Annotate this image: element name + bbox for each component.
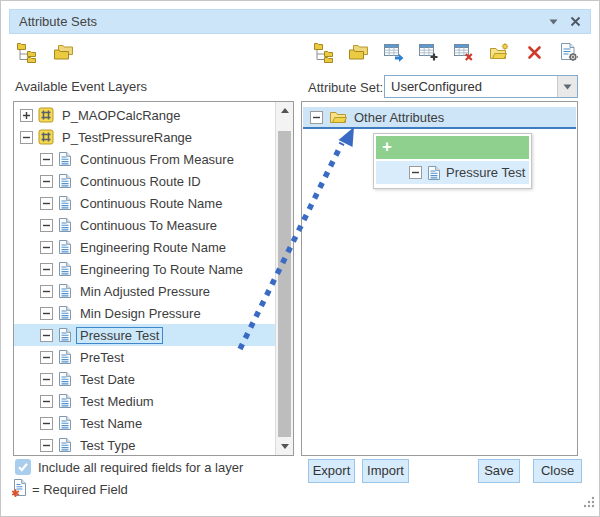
tree-item[interactable]: P_MAOPCalcRange <box>14 104 275 126</box>
expander-plus-icon[interactable] <box>20 109 33 122</box>
save-button[interactable]: Save <box>478 459 520 483</box>
tree-item-label[interactable]: Test Type <box>77 438 138 453</box>
available-layers-heading: Available Event Layers <box>15 79 147 94</box>
resize-grip[interactable] <box>582 495 595 511</box>
tree-item[interactable]: Test Type <box>14 434 275 453</box>
expander-minus-icon[interactable] <box>40 153 53 166</box>
titlebar[interactable]: Attribute Sets <box>9 9 591 34</box>
attribute-set-dropdown[interactable]: UserConfigured <box>384 75 578 98</box>
tree-item[interactable]: Pressure Test <box>14 324 275 346</box>
drag-item-label: Pressure Test <box>446 165 525 180</box>
tree-item-label[interactable]: Test Date <box>77 372 138 387</box>
close-icon <box>570 16 581 27</box>
tree-item[interactable]: Continuous From Measure <box>14 148 275 170</box>
tree-item[interactable]: PreTest <box>14 346 275 368</box>
expander-minus-icon[interactable] <box>40 241 53 254</box>
tree-item-label[interactable]: Min Adjusted Pressure <box>77 284 213 299</box>
attribute-sets-dialog: Attribute Sets Available Event Layers At… <box>0 0 600 517</box>
attribute-doc-icon <box>58 349 72 365</box>
delete-icon[interactable] <box>522 40 546 64</box>
attribute-set-panel: Other Attributes + Pressure Test <box>301 101 578 456</box>
group-label[interactable]: Other Attributes <box>354 110 444 125</box>
tree-item[interactable]: Min Adjusted Pressure <box>14 280 275 302</box>
dropdown-arrow-button[interactable] <box>557 76 577 97</box>
available-layers-panel: P_MAOPCalcRangeP_TestPressureRangeContin… <box>13 101 294 456</box>
table-remove-icon[interactable] <box>452 40 476 64</box>
tree-item-label[interactable]: Continuous To Measure <box>77 218 220 233</box>
export-button[interactable]: Export <box>308 459 355 483</box>
table-add-icon[interactable] <box>417 40 441 64</box>
attribute-doc-icon <box>58 283 72 299</box>
expander-minus-icon[interactable] <box>40 219 53 232</box>
tree-item-label[interactable]: Pressure Test <box>77 328 162 343</box>
attribute-doc-icon <box>58 195 72 211</box>
open-folders-icon[interactable] <box>52 40 76 64</box>
attribute-doc-icon <box>58 173 72 189</box>
titlebar-buttons <box>549 16 581 27</box>
expander-minus-icon[interactable] <box>20 131 33 144</box>
close-button[interactable] <box>570 16 581 27</box>
layer-tree-icon[interactable] <box>312 40 336 64</box>
open-folders-icon[interactable] <box>347 40 371 64</box>
document-settings-icon[interactable] <box>557 40 581 64</box>
tree-item-label[interactable]: Continuous Route ID <box>77 174 204 189</box>
attribute-doc-icon <box>427 165 441 181</box>
tree-item[interactable]: Test Date <box>14 368 275 390</box>
tree-item[interactable]: Continuous Route Name <box>14 192 275 214</box>
expander-minus-icon[interactable] <box>40 373 53 386</box>
close-button[interactable]: Close <box>533 459 582 483</box>
expander-minus-icon[interactable] <box>40 439 53 452</box>
tree-item[interactable]: Test Medium <box>14 390 275 412</box>
drop-indicator: + <box>376 136 529 159</box>
tree-item-label[interactable]: Test Name <box>77 416 145 431</box>
scroll-up-button[interactable] <box>276 103 293 118</box>
tree-item[interactable]: Continuous To Measure <box>14 214 275 236</box>
scroll-down-button[interactable] <box>276 439 293 454</box>
caret-down-icon <box>549 19 558 25</box>
tree-item[interactable]: Min Design Pressure <box>14 302 275 324</box>
folder-new-icon[interactable] <box>487 40 511 64</box>
attribute-doc-icon <box>58 217 72 233</box>
expander-minus-icon[interactable] <box>40 285 53 298</box>
expander-minus-icon[interactable] <box>40 175 53 188</box>
expander-minus-icon[interactable] <box>40 307 53 320</box>
tree-item-label[interactable]: P_TestPressureRange <box>59 130 195 145</box>
expander-minus-icon[interactable] <box>40 417 53 430</box>
doc-required-icon <box>11 478 28 497</box>
expander-minus-icon[interactable] <box>40 197 53 210</box>
expander-minus-icon[interactable] <box>40 263 53 276</box>
attribute-doc-icon <box>58 327 72 343</box>
scrollbar-thumb[interactable] <box>278 131 291 437</box>
expander-minus-icon[interactable] <box>40 395 53 408</box>
tree-item-label[interactable]: Test Medium <box>77 394 157 409</box>
tree-item-other-attributes[interactable]: Other Attributes <box>303 107 576 129</box>
tree-item-label[interactable]: Engineering Route Name <box>77 240 229 255</box>
expander-minus-icon[interactable] <box>310 111 323 124</box>
tree-item-label[interactable]: Min Design Pressure <box>77 306 204 321</box>
import-button[interactable]: Import <box>362 459 409 483</box>
layers-tree: P_MAOPCalcRangeP_TestPressureRangeContin… <box>14 104 275 453</box>
tree-item[interactable]: Engineering To Route Name <box>14 258 275 280</box>
tree-item-label[interactable]: P_MAOPCalcRange <box>59 108 184 123</box>
dialog-title: Attribute Sets <box>19 14 549 29</box>
table-export-icon[interactable] <box>382 40 406 64</box>
collapse-button[interactable] <box>549 19 558 25</box>
attribute-doc-icon <box>58 305 72 321</box>
tree-item-label[interactable]: PreTest <box>77 350 127 365</box>
include-required-label: Include all required fields for a layer <box>38 460 243 475</box>
tree-item[interactable]: Continuous Route ID <box>14 170 275 192</box>
tree-scrollbar[interactable] <box>275 102 293 455</box>
tree-item-label[interactable]: Continuous From Measure <box>77 152 237 167</box>
attribute-set-label: Attribute Set: <box>308 80 383 95</box>
layer-tree-icon[interactable] <box>15 40 39 64</box>
tree-item[interactable]: P_TestPressureRange <box>14 126 275 148</box>
tree-item-label[interactable]: Engineering To Route Name <box>77 262 246 277</box>
expander-minus-icon[interactable] <box>40 329 53 342</box>
tree-item[interactable]: Engineering Route Name <box>14 236 275 258</box>
tree-item-label[interactable]: Continuous Route Name <box>77 196 225 211</box>
tree-item[interactable]: Test Name <box>14 412 275 434</box>
expander-minus-icon[interactable] <box>40 351 53 364</box>
drag-ghost-item: Pressure Test <box>376 161 529 184</box>
expander-minus-icon <box>409 166 422 179</box>
include-required-checkbox[interactable] <box>15 459 31 475</box>
